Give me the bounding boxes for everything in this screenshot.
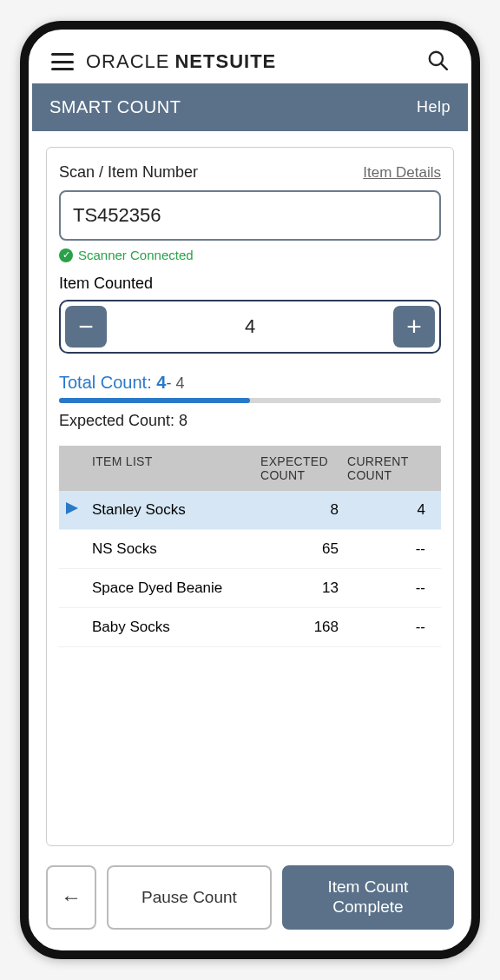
search-icon[interactable] [426,49,449,75]
pause-count-button[interactable]: Pause Count [107,865,272,930]
expected-cell: 8 [260,501,347,519]
phone-frame: ORACLE NETSUITE SMART COUNT Help Scan / … [20,21,480,959]
table-row[interactable]: Stanley Socks84 [59,491,441,530]
help-link[interactable]: Help [417,98,451,116]
svg-marker-2 [66,502,78,514]
item-name: NS Socks [92,540,260,558]
expected-cell: 65 [260,540,347,558]
current-cell: 4 [347,501,434,519]
item-name: Space Dyed Beanie [92,579,260,597]
col-expected: EXPECTED COUNT [260,454,347,482]
table-row[interactable]: NS Socks65-- [59,530,441,569]
current-cell: -- [347,579,434,597]
item-counted-label: Item Counted [59,275,441,293]
brand-word-1: ORACLE [86,50,169,73]
item-details-link[interactable]: Item Details [363,164,441,182]
brand-word-2: NETSUITE [174,50,276,73]
scan-label: Scan / Item Number [59,163,363,182]
totals-row: Total Count: 4 - 4 [59,373,441,393]
topbar: ORACLE NETSUITE [32,33,468,83]
item-name: Stanley Socks [92,501,260,519]
count-value[interactable]: 4 [107,315,393,338]
main-card: Scan / Item Number Item Details ✓ Scanne… [46,147,454,846]
item-count-complete-button[interactable]: Item Count Complete [282,865,454,930]
progress-bar [59,398,441,403]
current-cell: -- [347,619,434,636]
col-current: CURRENT COUNT [347,454,434,482]
expected-count: Expected Count: 8 [59,412,441,430]
menu-icon[interactable] [51,53,74,70]
table-header: ITEM LIST EXPECTED COUNT CURRENT COUNT [59,446,441,491]
table-row[interactable]: Space Dyed Beanie13-- [59,569,441,608]
expected-cell: 168 [260,619,347,636]
total-count-label: Total Count: [59,373,152,392]
total-count-value: 4 [156,373,166,392]
scanner-status-text: Scanner Connected [78,248,194,262]
check-icon: ✓ [59,248,73,262]
scanner-status: ✓ Scanner Connected [59,248,441,262]
table-row[interactable]: Baby Socks168-- [59,608,441,647]
arrow-left-icon: ← [61,885,82,910]
page-header: SMART COUNT Help [32,83,468,131]
item-number-input[interactable] [59,190,441,241]
expected-cell: 13 [260,579,347,597]
table-body: Stanley Socks84NS Socks65--Space Dyed Be… [59,491,441,647]
brand-logo: ORACLE NETSUITE [86,50,276,73]
expected-value: 8 [179,412,188,429]
footer-actions: ← Pause Count Item Count Complete [32,853,468,947]
current-cell: -- [347,540,434,558]
increment-button[interactable]: + [393,306,435,348]
back-button[interactable]: ← [46,865,96,930]
play-icon [66,501,92,519]
col-item: ITEM LIST [92,454,260,482]
svg-line-1 [441,63,446,70]
progress-fill [59,398,250,403]
quantity-stepper: − 4 + [59,300,441,354]
expected-label: Expected Count: [59,412,174,429]
item-table: ITEM LIST EXPECTED COUNT CURRENT COUNT S… [59,446,441,647]
count-difference: - 4 [166,374,184,393]
item-name: Baby Socks [92,619,260,636]
page-title: SMART COUNT [49,97,181,117]
decrement-button[interactable]: − [65,306,107,348]
screen: ORACLE NETSUITE SMART COUNT Help Scan / … [32,33,468,947]
